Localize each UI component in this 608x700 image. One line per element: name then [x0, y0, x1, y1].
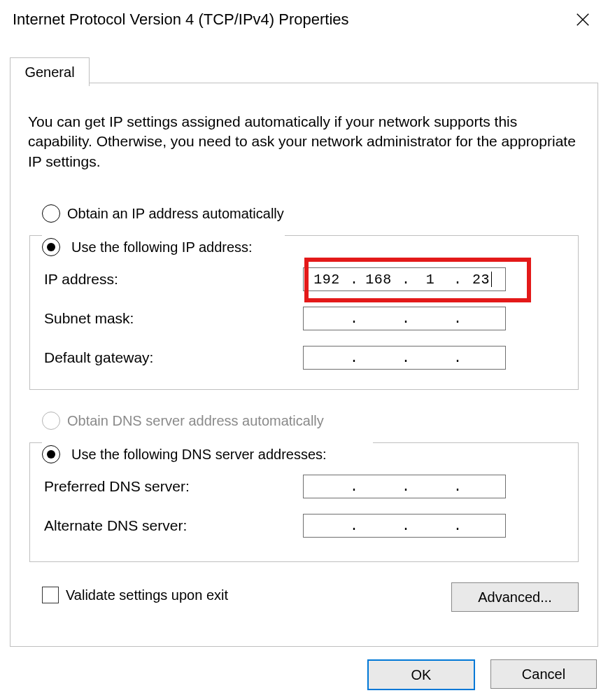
subnet-mask-label: Subnet mask: — [44, 310, 296, 327]
preferred-dns-input[interactable]: . . . — [303, 475, 506, 498]
default-gateway-label: Default gateway: — [44, 349, 296, 366]
titlebar: Internet Protocol Version 4 (TCP/IPv4) P… — [0, 0, 608, 39]
validate-settings-label: Validate settings upon exit — [66, 587, 228, 603]
ip-fieldset: IP address: 192. 168. 1. 23 Subnet mask:… — [29, 235, 579, 390]
default-gateway-input[interactable]: . . . — [303, 346, 506, 370]
tab-general[interactable]: General — [10, 57, 90, 86]
radio-icon — [42, 204, 60, 223]
ipv4-properties-dialog: Internet Protocol Version 4 (TCP/IPv4) P… — [0, 0, 608, 700]
dialog-title: Internet Protocol Version 4 (TCP/IPv4) P… — [13, 10, 349, 29]
close-button[interactable] — [570, 7, 595, 32]
radio-icon — [42, 238, 60, 256]
ip-auto-label: Obtain an IP address automatically — [67, 206, 284, 222]
ip-manual-row[interactable]: Use the following IP address: — [42, 238, 257, 256]
dns-manual-row[interactable]: Use the following DNS server addresses: — [42, 445, 331, 463]
radio-icon — [42, 445, 60, 463]
cancel-button[interactable]: Cancel — [490, 659, 597, 689]
ok-button-label: OK — [411, 667, 432, 683]
text-caret — [491, 272, 492, 287]
dns-auto-label: Obtain DNS server address automatically — [67, 413, 324, 429]
subnet-mask-input[interactable]: . . . — [303, 307, 506, 330]
ip-auto-row[interactable]: Obtain an IP address automatically — [42, 204, 284, 223]
dialog-footer: OK Cancel — [367, 659, 597, 690]
preferred-dns-label: Preferred DNS server: — [44, 478, 296, 495]
dns-auto-row: Obtain DNS server address automatically — [42, 412, 324, 430]
advanced-button[interactable]: Advanced... — [451, 582, 579, 612]
alternate-dns-input[interactable]: . . . — [303, 514, 506, 538]
close-icon — [575, 12, 591, 27]
cancel-button-label: Cancel — [522, 666, 565, 682]
validate-settings-row[interactable]: Validate settings upon exit — [42, 587, 228, 603]
dns-manual-label: Use the following DNS server addresses: — [67, 447, 331, 463]
alternate-dns-label: Alternate DNS server: — [44, 517, 296, 534]
advanced-button-label: Advanced... — [478, 589, 552, 606]
ip-manual-label: Use the following IP address: — [67, 239, 257, 255]
radio-icon — [42, 412, 60, 430]
intro-text: You can get IP settings assigned automat… — [28, 112, 580, 172]
tab-general-label: General — [24, 64, 74, 80]
ok-button[interactable]: OK — [367, 659, 475, 690]
tab-mask — [10, 83, 88, 85]
checkbox-icon — [42, 587, 59, 603]
ip-address-label: IP address: — [44, 271, 296, 288]
ip-address-input[interactable]: 192. 168. 1. 23 — [303, 267, 506, 291]
